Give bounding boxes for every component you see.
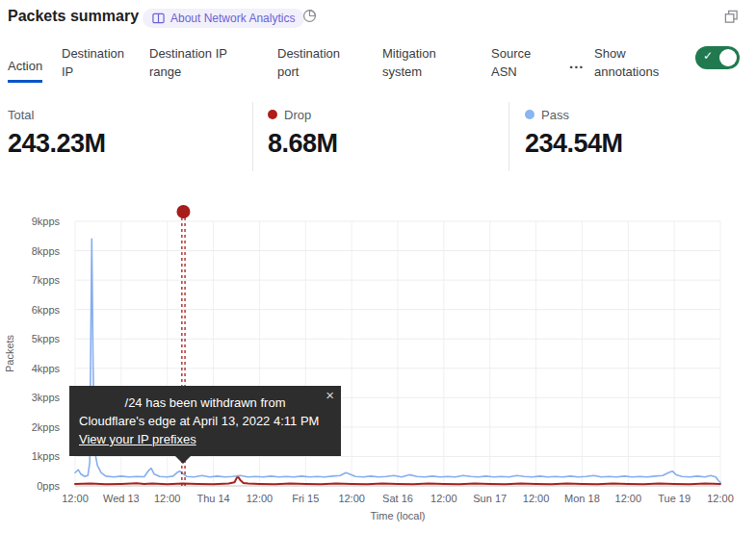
- svg-text:12:00: 12:00: [247, 493, 274, 504]
- tab-source-asn[interactable]: Source ASN: [491, 44, 541, 81]
- drop-dot: [268, 110, 277, 119]
- svg-text:Sat 16: Sat 16: [382, 493, 413, 504]
- expand-icon[interactable]: [724, 10, 739, 28]
- tooltip-arrow: [175, 456, 191, 464]
- packets-chart[interactable]: 12:00Wed 1312:00Thu 1412:00Fri 1512:00Sa…: [0, 202, 756, 534]
- svg-text:2kpps: 2kpps: [32, 421, 61, 433]
- svg-text:12:00: 12:00: [523, 493, 550, 504]
- stat-total-label: Total: [8, 108, 34, 122]
- svg-text:12:00: 12:00: [615, 493, 642, 504]
- tab-action[interactable]: Action: [8, 57, 42, 83]
- show-annotations-label: Show annotations: [594, 44, 679, 81]
- about-badge-label: About Network Analytics: [170, 12, 295, 25]
- book-icon: [152, 13, 165, 24]
- svg-text:Mon 18: Mon 18: [564, 493, 600, 504]
- stat-pass-value: 234.54M: [525, 129, 623, 159]
- tooltip-line-1: /24 has been withdrawn from: [79, 394, 331, 412]
- svg-text:Packets: Packets: [4, 334, 15, 372]
- tab-mitigation-system[interactable]: Mitigation system: [382, 44, 457, 81]
- show-annotations-toggle[interactable]: ✓: [695, 46, 740, 69]
- check-icon: ✓: [703, 49, 713, 63]
- svg-text:6kpps: 6kpps: [32, 304, 61, 316]
- svg-text:12:00: 12:00: [707, 493, 734, 504]
- svg-text:7kpps: 7kpps: [32, 274, 61, 286]
- stat-drop-label: Drop: [284, 108, 311, 122]
- svg-text:Tue 19: Tue 19: [658, 493, 691, 504]
- svg-text:3kpps: 3kpps: [32, 392, 61, 403]
- pie-chart-icon[interactable]: [302, 9, 317, 27]
- tab-destination-ip[interactable]: Destination IP: [62, 44, 137, 81]
- divider: [508, 102, 509, 171]
- svg-text:Wed 13: Wed 13: [103, 493, 140, 504]
- stat-pass: Pass 234.54M: [525, 108, 623, 159]
- stat-drop-value: 8.68M: [268, 129, 338, 159]
- svg-text:Sun 17: Sun 17: [473, 493, 507, 504]
- view-ip-prefixes-link[interactable]: View your IP prefixes: [79, 432, 196, 446]
- svg-text:5kpps: 5kpps: [32, 333, 61, 344]
- svg-text:0pps: 0pps: [37, 480, 60, 492]
- toggle-knob: [719, 49, 737, 66]
- svg-text:1kpps: 1kpps: [32, 450, 61, 462]
- packets-summary-panel: Packets summary About Network Analytics …: [0, 0, 756, 534]
- stat-total-value: 243.23M: [8, 129, 106, 159]
- svg-text:4kpps: 4kpps: [32, 363, 61, 374]
- svg-text:9kpps: 9kpps: [32, 216, 61, 227]
- annotation-tooltip: × /24 has been withdrawn from Cloudflare…: [69, 386, 341, 456]
- divider: [252, 102, 253, 171]
- svg-text:12:00: 12:00: [62, 493, 89, 504]
- close-icon[interactable]: ×: [326, 388, 334, 402]
- pass-dot: [525, 110, 534, 119]
- svg-text:12:00: 12:00: [430, 493, 457, 504]
- svg-text:12:00: 12:00: [154, 493, 181, 504]
- svg-text:Time (local): Time (local): [370, 510, 425, 521]
- page-title: Packets summary: [8, 8, 139, 25]
- tab-destination-port[interactable]: Destination port: [277, 44, 356, 81]
- tab-destination-ip-range[interactable]: Destination IP range: [149, 44, 244, 81]
- stat-pass-label: Pass: [541, 108, 569, 122]
- svg-text:Fri 15: Fri 15: [292, 493, 319, 504]
- svg-text:Thu 14: Thu 14: [196, 493, 229, 504]
- stat-drop: Drop 8.68M: [268, 108, 338, 159]
- svg-text:12:00: 12:00: [338, 493, 365, 504]
- ellipsis-more-icon[interactable]: ...: [569, 55, 585, 71]
- svg-text:8kpps: 8kpps: [32, 245, 61, 257]
- about-network-analytics-badge[interactable]: About Network Analytics: [143, 9, 304, 28]
- tooltip-line-2: Cloudflare's edge at April 13, 2022 4:11…: [79, 412, 331, 430]
- stat-total: Total 243.23M: [8, 108, 106, 159]
